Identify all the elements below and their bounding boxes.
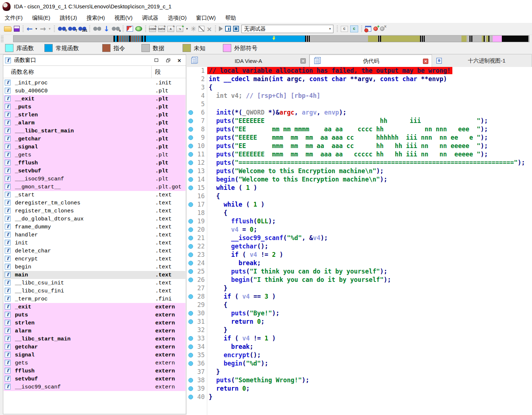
open-file-icon[interactable] [4,26,12,32]
tab-close-icon[interactable]: × [300,58,306,64]
bp-add-icon[interactable] [373,27,378,31]
function-row[interactable]: fhandler.text [4,231,185,239]
code-line-6[interactable]: 6 init(*(_QWORD *)&argc, argv, envp); [187,108,532,117]
code-line-15[interactable]: 15 while ( 1 ) [187,184,532,192]
function-row[interactable]: f_signal.plt [4,143,185,151]
function-row[interactable]: f___libc_start_main.plt [4,127,185,135]
code-line-29[interactable]: 29 { [187,301,532,309]
function-row[interactable]: f_start.text [4,191,185,199]
function-row[interactable]: fframe_dummy.text [4,223,185,231]
code-line-13[interactable]: 13 puts("Welcome to this Encryption mach… [187,167,532,175]
function-row[interactable]: f__isoc99_scanfextern [4,383,185,391]
debug-run-icon[interactable] [219,26,223,31]
save-icon[interactable] [14,26,20,32]
add-variable-icon[interactable]: 's [176,26,183,32]
function-row[interactable]: fgetsextern [4,359,185,367]
function-row[interactable]: fmain.text [4,271,185,279]
code-line-5[interactable]: 5 [187,100,532,108]
code-line-17[interactable]: 17 while ( 1 ) [187,200,532,209]
function-row[interactable]: f___isoc99_scanf.plt [4,175,185,183]
jump-address-icon[interactable]: ↓ [103,24,109,33]
run-analysis-icon[interactable] [135,26,142,31]
code-line-3[interactable]: 3{ [187,83,532,92]
menu-item-5[interactable]: 视图(V) [109,13,137,23]
function-row[interactable]: f_getchar.plt [4,135,185,143]
edit-icon[interactable] [199,26,204,32]
code-line-20[interactable]: 20 v4 = 0; [187,226,532,234]
search-text-icon[interactable]: T [68,26,76,31]
menu-item-2[interactable]: 编辑(E) [27,13,55,23]
bp-list-icon[interactable] [365,26,371,32]
function-row[interactable]: fencrypt.text [4,255,185,263]
column-segment[interactable]: 段 [155,68,161,76]
back-icon[interactable]: ← [27,24,33,33]
code-line-9[interactable]: 9 puts("EEEEE mmm mm mm aa aaa cc hhhhhh… [187,133,532,142]
search-lock-icon[interactable]: s [112,26,120,31]
code-line-24[interactable]: 24 break; [187,259,532,267]
close-icon[interactable]: × [177,59,181,62]
menu-item-1[interactable]: 文件(F) [0,13,27,23]
code-line-4[interactable]: 4 int v4; // [rsp+Ch] [rbp-4h] [187,92,532,100]
code-line-2[interactable]: 2int __cdecl main(int argc, const char *… [187,75,532,83]
function-row[interactable]: ffflushextern [4,367,185,375]
function-row[interactable]: fsetvbufextern [4,375,185,383]
code-line-40[interactable]: 40} [187,393,532,401]
menu-item-4[interactable]: 搜索(H) [82,13,110,23]
restore-icon[interactable] [166,60,169,62]
function-row[interactable]: fdelete_char.text [4,247,185,255]
menu-item-8[interactable]: 窗口(W) [191,13,220,23]
function-row[interactable]: f_exitextern [4,303,185,311]
mark-position-icon[interactable]: A [127,26,133,32]
tab-close-icon[interactable]: × [423,59,428,64]
menu-down2-icon[interactable]: ▼ [48,27,51,31]
code-line-35[interactable]: 35 encrypt(); [187,351,532,359]
code-line-23[interactable]: 23 if ( v4 != 2 ) [187,251,532,259]
tab-2[interactable]: 伪代码× [309,55,432,67]
function-row[interactable]: f_alarm.plt [4,119,185,127]
function-row[interactable]: falarmextern [4,327,185,335]
function-row[interactable]: f__libc_csu_fini.text [4,287,185,295]
code-line-30[interactable]: 30 puts("Bye!"); [187,309,532,318]
function-row[interactable]: finit.text [4,239,185,247]
chevron-down-icon[interactable]: ▼ [327,25,333,33]
navigation-band[interactable] [13,35,529,42]
code-line-18[interactable]: 18 { [187,209,532,217]
maximize-icon[interactable] [155,59,158,62]
menu-item-7[interactable]: 选项(O) [163,13,191,23]
code-line-36[interactable]: 36 begin("%d"); [187,359,532,368]
function-row[interactable]: f__libc_start_mainextern [4,335,185,343]
debugger-selector[interactable]: 无调试器▼ [241,25,333,33]
function-row[interactable]: f__gmon_start__.plt.got [4,183,185,191]
function-row[interactable]: f__exit.plt [4,95,185,103]
function-row[interactable]: fputsextern [4,311,185,319]
code-line-38[interactable]: 38 puts("Something Wrong!"); [187,376,532,384]
code-line-14[interactable]: 14 begin("Welcome to this Encryption mac… [187,175,532,184]
bp-delete-icon[interactable] [380,27,384,31]
code-line-25[interactable]: 25 puts("I think you can do it by yourse… [187,267,532,276]
function-row[interactable]: f_puts.plt [4,103,185,111]
function-row[interactable]: f_setvbuf.plt [4,167,185,175]
function-row[interactable]: f_term_proc.fini [4,295,185,303]
function-row[interactable]: f_fflush.plt [4,159,185,167]
function-row[interactable]: f_init_proc.init [4,79,185,87]
function-row[interactable]: fbegin.text [4,263,185,271]
search-again-icon[interactable] [93,26,101,31]
menu-item-9[interactable]: 帮助 [220,13,241,23]
function-row[interactable]: fderegister_tm_clones.text [4,199,185,207]
create-code-icon[interactable]: CODE [149,26,156,32]
menu-item-6[interactable]: 调试器 [137,13,163,23]
debug-pause-icon[interactable] [225,26,231,32]
function-row[interactable]: fsub_4006C0.plt [4,87,185,95]
forward-icon[interactable]: → [40,24,46,33]
function-row[interactable]: f_gets.plt [4,151,185,159]
function-row[interactable]: fgetcharextern [4,343,185,351]
step-c-icon[interactable]: c [341,26,348,32]
menu-item-3[interactable]: 跳转(J) [55,13,82,23]
menu-down-icon[interactable]: ▼ [185,27,188,31]
code-line-1[interactable]: 1// local variable allocation has failed… [187,67,532,75]
column-function-name[interactable]: 函数名称 [11,68,34,76]
run-c-icon[interactable]: c [350,25,358,32]
tab-3[interactable]: 0十六进制视图-1 [432,55,532,67]
code-line-37[interactable]: 37 } [187,368,532,376]
function-row[interactable]: f_strlen.plt [4,111,185,119]
